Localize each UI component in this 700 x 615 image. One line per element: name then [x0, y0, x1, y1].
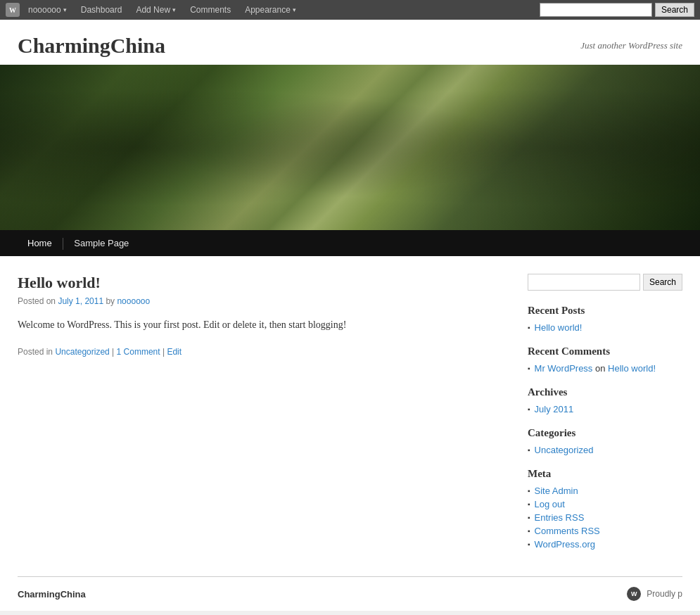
recent-post-link[interactable]: Hello world!	[535, 322, 583, 333]
wp-admin-logo[interactable]: W	[6, 3, 20, 17]
meta-heading: Meta	[528, 468, 682, 480]
wp-footer-logo: W	[627, 587, 641, 601]
post-date-link[interactable]: July 1, 2011	[58, 296, 103, 306]
categories-heading: Categories	[528, 427, 682, 439]
sidebar-search: Search	[528, 274, 682, 291]
meta-item-logout: Log out	[528, 499, 682, 509]
site-container: CharmingChina Just another WordPress sit…	[0, 20, 700, 611]
post-author-link[interactable]: noooooo	[117, 296, 150, 306]
admin-search-button[interactable]: Search	[655, 3, 694, 17]
site-name-arrow-icon: ▾	[63, 6, 67, 13]
comment-author-link[interactable]: Mr WordPress	[535, 363, 593, 374]
main-content: Hello world! Posted on July 1, 2011 by n…	[0, 256, 700, 576]
site-nav: Home | Sample Page	[0, 230, 700, 256]
categories-section: Categories Uncategorized	[528, 427, 682, 455]
admin-bar-comments[interactable]: Comments	[184, 2, 236, 18]
meta-logout-link[interactable]: Log out	[535, 499, 565, 509]
recent-comment-item: Mr WordPress on Hello world!	[528, 363, 682, 374]
footer-site-name: CharmingChina	[18, 589, 86, 600]
post-title: Hello world!	[18, 274, 507, 292]
category-link[interactable]: Uncategorized	[535, 445, 594, 455]
categories-list: Uncategorized	[528, 445, 682, 455]
admin-bar-site-name[interactable]: noooooo ▾	[23, 2, 72, 18]
meta-item-entries-rss: Entries RSS	[528, 512, 682, 523]
archive-link[interactable]: July 2011	[535, 404, 574, 414]
recent-posts-section: Recent Posts Hello world!	[528, 305, 682, 333]
footer-powered-by: W Proudly p	[627, 587, 682, 601]
meta-item-wordpress-org: WordPress.org	[528, 539, 682, 550]
recent-comments-section: Recent Comments Mr WordPress on Hello wo…	[528, 345, 682, 374]
admin-search-form: Search	[540, 3, 694, 17]
add-new-arrow-icon: ▾	[172, 6, 176, 13]
archive-item: July 2011	[528, 404, 682, 414]
meta-comments-rss-link[interactable]: Comments RSS	[535, 526, 600, 536]
post-category-link[interactable]: Uncategorized	[55, 347, 109, 357]
recent-comments-list: Mr WordPress on Hello world!	[528, 363, 682, 374]
post-footer: Posted in Uncategorized | 1 Comment | Ed…	[18, 347, 507, 357]
hero-overlay	[0, 65, 700, 230]
footer-powered-text: Proudly p	[647, 589, 682, 599]
comment-post-link[interactable]: Hello world!	[608, 363, 656, 374]
post-comments-link[interactable]: 1 Comment	[117, 347, 160, 357]
meta-section: Meta Site Admin Log out Entries RSS Comm…	[528, 468, 682, 550]
nav-item-sample-page[interactable]: Sample Page	[64, 232, 139, 254]
meta-item-site-admin: Site Admin	[528, 486, 682, 496]
archives-section: Archives July 2011	[528, 386, 682, 414]
admin-bar-add-new[interactable]: Add New ▾	[130, 2, 182, 18]
sidebar: Search Recent Posts Hello world! Recent …	[528, 274, 682, 562]
post-edit-link[interactable]: Edit	[167, 347, 182, 357]
site-header: CharmingChina Just another WordPress sit…	[0, 20, 700, 65]
recent-posts-list: Hello world!	[528, 322, 682, 333]
admin-bar-dashboard[interactable]: Dashboard	[75, 2, 128, 18]
appearance-arrow-icon: ▾	[293, 6, 296, 13]
comment-on-text: on	[595, 363, 605, 374]
post-meta: Posted on July 1, 2011 by noooooo	[18, 296, 507, 306]
archives-heading: Archives	[528, 386, 682, 398]
primary-content: Hello world! Posted on July 1, 2011 by n…	[18, 274, 507, 562]
hero-image	[0, 65, 700, 230]
recent-comments-heading: Recent Comments	[528, 345, 682, 357]
site-footer: CharmingChina W Proudly p	[0, 577, 700, 611]
sidebar-search-button[interactable]: Search	[643, 274, 682, 291]
site-title: CharmingChina	[18, 34, 165, 58]
meta-item-comments-rss: Comments RSS	[528, 526, 682, 536]
category-item: Uncategorized	[528, 445, 682, 455]
recent-post-item: Hello world!	[528, 322, 682, 333]
meta-wordpress-org-link[interactable]: WordPress.org	[535, 539, 595, 550]
meta-list: Site Admin Log out Entries RSS Comments …	[528, 486, 682, 550]
meta-site-admin-link[interactable]: Site Admin	[535, 486, 578, 496]
post-content: Welcome to WordPress. This is your first…	[18, 317, 507, 333]
admin-search-input[interactable]	[540, 3, 652, 17]
archives-list: July 2011	[528, 404, 682, 414]
admin-bar-appearance[interactable]: Appearance ▾	[239, 2, 302, 18]
admin-bar: W noooooo ▾ Dashboard Add New ▾ Comments…	[0, 0, 700, 20]
sidebar-search-input[interactable]	[528, 274, 640, 291]
site-tagline: Just another WordPress site	[580, 40, 682, 51]
meta-entries-rss-link[interactable]: Entries RSS	[535, 512, 585, 523]
nav-item-home[interactable]: Home	[18, 232, 62, 254]
recent-posts-heading: Recent Posts	[528, 305, 682, 317]
